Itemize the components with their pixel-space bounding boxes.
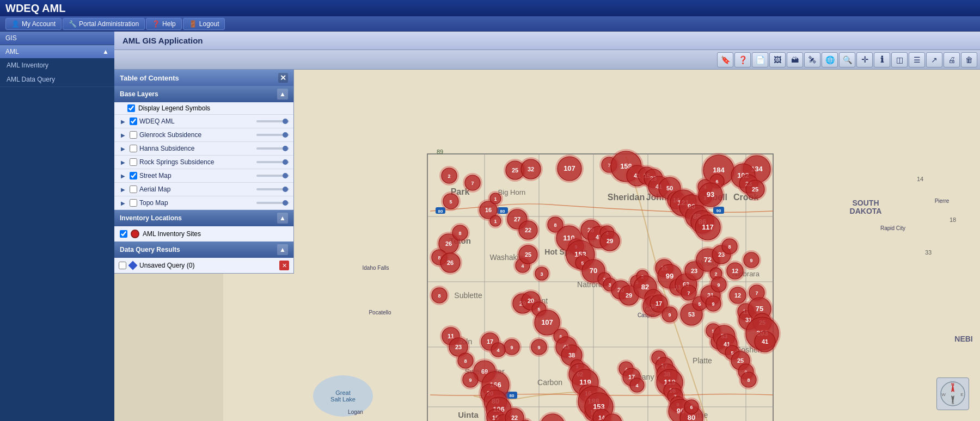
toc-data-query-collapse[interactable]: ▲	[277, 244, 288, 255]
aerial-map-expand[interactable]: ▶	[119, 185, 127, 194]
hanna-checkbox[interactable]	[130, 145, 137, 152]
toc-base-layers-header[interactable]: Base Layers ▲	[114, 86, 293, 102]
sidebar-gis-header[interactable]: GIS	[0, 32, 114, 45]
svg-text:3: 3	[540, 271, 543, 277]
svg-text:4: 4	[497, 348, 499, 353]
rock-springs-checkbox[interactable]	[130, 158, 137, 166]
wdeq-aml-checkbox[interactable]	[130, 117, 137, 125]
aml-sites-checkbox[interactable]	[120, 230, 127, 238]
rock-springs-expand[interactable]: ▶	[119, 158, 127, 166]
aml-collapse-icon: ▲	[102, 48, 109, 55]
svg-text:23: 23	[691, 268, 697, 274]
sidebar-item-aml-inventory[interactable]: AML Inventory	[0, 58, 114, 72]
street-map-checkbox[interactable]	[130, 172, 137, 179]
svg-text:107: 107	[541, 318, 553, 326]
display-legend-label: Display Legend Symbols	[138, 104, 210, 112]
toc-base-layers-collapse[interactable]: ▲	[277, 89, 288, 100]
street-map-opacity-slider[interactable]	[256, 175, 289, 177]
sidebar-section-gis: GIS	[0, 32, 114, 45]
toc-inventory-row: AML Inventory Sites	[114, 226, 293, 242]
nav-logout[interactable]: 🚪 Logout	[183, 18, 225, 30]
toolbar-crosshair-btn[interactable]: ✛	[856, 52, 873, 67]
svg-text:7: 7	[755, 290, 758, 296]
sidebar-section-aml: AML ▲ AML Inventory AML Data Query	[0, 45, 114, 87]
topo-map-expand[interactable]: ▶	[119, 199, 127, 207]
wdeq-aml-expand[interactable]: ▶	[119, 117, 127, 126]
aml-dot-icon	[131, 230, 139, 238]
rock-springs-opacity-slider[interactable]	[256, 161, 289, 163]
svg-text:N: N	[951, 382, 954, 387]
hanna-expand[interactable]: ▶	[119, 144, 127, 153]
nav-my-account[interactable]: 👤 My Account	[5, 18, 62, 30]
toolbar-satellite-btn[interactable]: 🛰	[804, 52, 820, 67]
svg-text:26: 26	[447, 259, 454, 266]
toc-layer-hanna: ▶ Hanna Subsidence	[114, 142, 293, 156]
sidebar: GIS AML ▲ AML Inventory AML Data Query	[0, 32, 114, 421]
map-area[interactable]: 80 80 Park Big Horn Hot Springs Washakie…	[114, 70, 980, 421]
toc-data-query-header[interactable]: Data Query Results ▲	[114, 242, 293, 258]
svg-text:7: 7	[687, 290, 690, 296]
topo-map-checkbox[interactable]	[130, 199, 137, 207]
toc-panel: Table of Contents ✕ Base Layers ▲ Displa…	[114, 70, 294, 274]
toc-inventory-header[interactable]: Inventory Locations ▲	[114, 210, 293, 226]
svg-text:29: 29	[607, 238, 613, 244]
toolbar-zoom-btn[interactable]: 🔍	[839, 52, 855, 67]
hanna-opacity-slider[interactable]	[256, 147, 289, 150]
content-area: AML GIS Application 🔖 ❓ 📄 🖼 🏔 🛰 🌐 🔍 ✛ ℹ …	[114, 32, 980, 421]
aerial-map-opacity-slider[interactable]	[256, 188, 289, 190]
sidebar-item-aml-data-query[interactable]: AML Data Query	[0, 72, 114, 86]
page-title: AML GIS Application	[122, 36, 203, 45]
toolbar-info-btn[interactable]: ℹ	[874, 52, 890, 67]
sidebar-aml-header[interactable]: AML ▲	[0, 45, 114, 58]
toolbar-bookmark-btn[interactable]: 🔖	[717, 52, 733, 67]
page-title-bar: AML GIS Application	[114, 32, 980, 50]
svg-text:1: 1	[494, 196, 497, 202]
display-legend-checkbox[interactable]	[127, 104, 135, 112]
svg-text:8: 8	[747, 377, 750, 383]
svg-text:27: 27	[514, 216, 520, 222]
unsaved-query-checkbox[interactable]	[119, 262, 126, 269]
toolbar-terrain-btn[interactable]: 🏔	[787, 52, 803, 67]
toolbar-print-btn[interactable]: 🖨	[944, 52, 960, 67]
wdeq-aml-opacity-slider[interactable]	[256, 120, 289, 122]
svg-text:9: 9	[510, 345, 513, 350]
nav-help[interactable]: ❓ Help	[146, 18, 182, 30]
app-title: WDEQ AML	[5, 2, 65, 15]
toc-data-query-label: Data Query Results	[120, 246, 180, 253]
toc-header: Table of Contents ✕	[114, 70, 293, 86]
toolbar-layers-btn[interactable]: ◫	[891, 52, 908, 67]
street-map-expand[interactable]: ▶	[119, 171, 127, 180]
toolbar-globe-btn[interactable]: 🌐	[822, 52, 838, 67]
nav-portal-admin[interactable]: 🔧 Portal Administration	[63, 18, 145, 30]
svg-text:12: 12	[734, 292, 741, 299]
toc-inventory-collapse[interactable]: ▲	[277, 213, 288, 224]
svg-text:70: 70	[590, 267, 597, 275]
svg-text:12: 12	[732, 268, 738, 274]
svg-text:22: 22	[511, 414, 518, 421]
toolbar-photo-btn[interactable]: 🖼	[769, 52, 786, 67]
svg-text:8: 8	[438, 293, 440, 299]
svg-text:8: 8	[464, 358, 467, 364]
svg-text:17: 17	[656, 300, 662, 307]
glenrock-opacity-slider[interactable]	[256, 134, 289, 136]
toolbar-pdf-btn[interactable]: 📄	[752, 52, 768, 67]
toolbar-list-btn[interactable]: ☰	[909, 52, 925, 67]
svg-text:W: W	[941, 392, 946, 397]
topo-map-opacity-slider[interactable]	[256, 202, 289, 204]
svg-text:9: 9	[712, 301, 714, 307]
svg-text:25: 25	[512, 167, 518, 174]
app-header: WDEQ AML	[0, 0, 980, 16]
toc-layer-street-map: ▶ Street Map	[114, 169, 293, 183]
toolbar-help-btn[interactable]: ❓	[734, 52, 751, 67]
toolbar-trash-btn[interactable]: 🗑	[961, 52, 977, 67]
admin-icon: 🔧	[69, 20, 77, 28]
svg-text:2: 2	[448, 174, 450, 179]
toc-close-button[interactable]: ✕	[278, 73, 288, 83]
svg-text:E: E	[960, 392, 963, 397]
toolbar: 🔖 ❓ 📄 🖼 🏔 🛰 🌐 🔍 ✛ ℹ ◫ ☰ ↗ 🖨 🗑	[114, 50, 980, 70]
glenrock-checkbox[interactable]	[130, 131, 137, 139]
toolbar-export-btn[interactable]: ↗	[926, 52, 942, 67]
glenrock-expand[interactable]: ▶	[119, 131, 127, 139]
query-close-button[interactable]: ✕	[279, 261, 289, 270]
aerial-map-checkbox[interactable]	[130, 185, 137, 193]
